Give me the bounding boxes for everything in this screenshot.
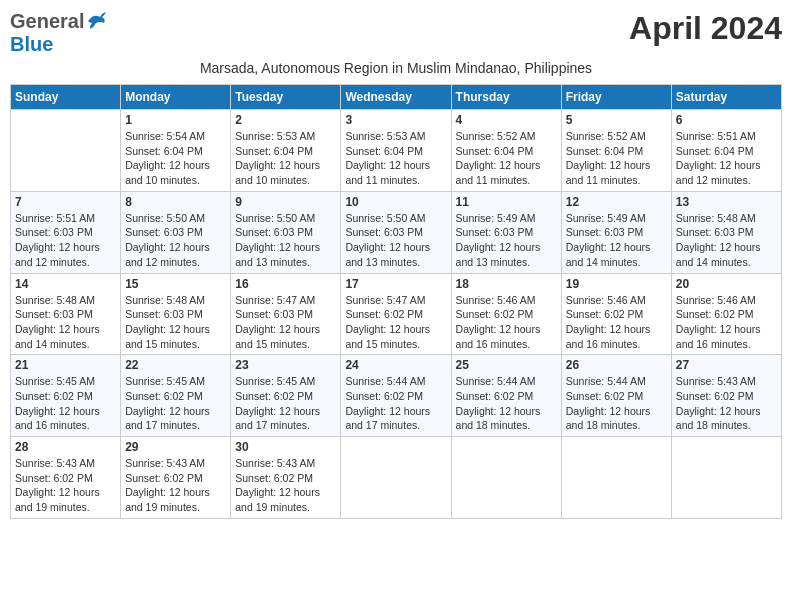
- day-info: Sunrise: 5:48 AMSunset: 6:03 PMDaylight:…: [15, 293, 116, 352]
- day-info: Sunrise: 5:45 AMSunset: 6:02 PMDaylight:…: [235, 374, 336, 433]
- calendar-cell: 1Sunrise: 5:54 AMSunset: 6:04 PMDaylight…: [121, 110, 231, 192]
- calendar-week-3: 14Sunrise: 5:48 AMSunset: 6:03 PMDayligh…: [11, 273, 782, 355]
- day-number: 21: [15, 358, 116, 372]
- day-number: 8: [125, 195, 226, 209]
- calendar-cell: 10Sunrise: 5:50 AMSunset: 6:03 PMDayligh…: [341, 191, 451, 273]
- calendar-cell: 7Sunrise: 5:51 AMSunset: 6:03 PMDaylight…: [11, 191, 121, 273]
- day-info: Sunrise: 5:43 AMSunset: 6:02 PMDaylight:…: [15, 456, 116, 515]
- calendar-table: SundayMondayTuesdayWednesdayThursdayFrid…: [10, 84, 782, 519]
- calendar-header-tuesday: Tuesday: [231, 85, 341, 110]
- day-number: 25: [456, 358, 557, 372]
- day-number: 17: [345, 277, 446, 291]
- day-info: Sunrise: 5:53 AMSunset: 6:04 PMDaylight:…: [345, 129, 446, 188]
- day-info: Sunrise: 5:47 AMSunset: 6:02 PMDaylight:…: [345, 293, 446, 352]
- calendar-cell: 4Sunrise: 5:52 AMSunset: 6:04 PMDaylight…: [451, 110, 561, 192]
- calendar-cell: 20Sunrise: 5:46 AMSunset: 6:02 PMDayligh…: [671, 273, 781, 355]
- day-number: 15: [125, 277, 226, 291]
- calendar-cell: 19Sunrise: 5:46 AMSunset: 6:02 PMDayligh…: [561, 273, 671, 355]
- day-info: Sunrise: 5:51 AMSunset: 6:03 PMDaylight:…: [15, 211, 116, 270]
- calendar-cell: [561, 437, 671, 519]
- logo-bird-icon: [86, 11, 108, 33]
- day-info: Sunrise: 5:44 AMSunset: 6:02 PMDaylight:…: [456, 374, 557, 433]
- day-number: 29: [125, 440, 226, 454]
- calendar-cell: 26Sunrise: 5:44 AMSunset: 6:02 PMDayligh…: [561, 355, 671, 437]
- calendar-header-sunday: Sunday: [11, 85, 121, 110]
- day-info: Sunrise: 5:53 AMSunset: 6:04 PMDaylight:…: [235, 129, 336, 188]
- day-number: 23: [235, 358, 336, 372]
- day-info: Sunrise: 5:48 AMSunset: 6:03 PMDaylight:…: [125, 293, 226, 352]
- calendar-header-thursday: Thursday: [451, 85, 561, 110]
- calendar-week-5: 28Sunrise: 5:43 AMSunset: 6:02 PMDayligh…: [11, 437, 782, 519]
- calendar-cell: 22Sunrise: 5:45 AMSunset: 6:02 PMDayligh…: [121, 355, 231, 437]
- day-number: 4: [456, 113, 557, 127]
- day-info: Sunrise: 5:45 AMSunset: 6:02 PMDaylight:…: [15, 374, 116, 433]
- calendar-cell: 2Sunrise: 5:53 AMSunset: 6:04 PMDaylight…: [231, 110, 341, 192]
- day-number: 30: [235, 440, 336, 454]
- calendar-cell: 28Sunrise: 5:43 AMSunset: 6:02 PMDayligh…: [11, 437, 121, 519]
- day-number: 18: [456, 277, 557, 291]
- day-number: 5: [566, 113, 667, 127]
- day-info: Sunrise: 5:49 AMSunset: 6:03 PMDaylight:…: [456, 211, 557, 270]
- day-number: 6: [676, 113, 777, 127]
- day-number: 10: [345, 195, 446, 209]
- calendar-cell: 15Sunrise: 5:48 AMSunset: 6:03 PMDayligh…: [121, 273, 231, 355]
- calendar-week-2: 7Sunrise: 5:51 AMSunset: 6:03 PMDaylight…: [11, 191, 782, 273]
- day-info: Sunrise: 5:46 AMSunset: 6:02 PMDaylight:…: [456, 293, 557, 352]
- day-info: Sunrise: 5:54 AMSunset: 6:04 PMDaylight:…: [125, 129, 226, 188]
- calendar-cell: 17Sunrise: 5:47 AMSunset: 6:02 PMDayligh…: [341, 273, 451, 355]
- calendar-cell: 30Sunrise: 5:43 AMSunset: 6:02 PMDayligh…: [231, 437, 341, 519]
- calendar-cell: 24Sunrise: 5:44 AMSunset: 6:02 PMDayligh…: [341, 355, 451, 437]
- day-info: Sunrise: 5:50 AMSunset: 6:03 PMDaylight:…: [235, 211, 336, 270]
- day-number: 14: [15, 277, 116, 291]
- day-info: Sunrise: 5:48 AMSunset: 6:03 PMDaylight:…: [676, 211, 777, 270]
- calendar-cell: 6Sunrise: 5:51 AMSunset: 6:04 PMDaylight…: [671, 110, 781, 192]
- day-number: 7: [15, 195, 116, 209]
- logo-general: General: [10, 10, 84, 33]
- calendar-cell: [451, 437, 561, 519]
- calendar-cell: 13Sunrise: 5:48 AMSunset: 6:03 PMDayligh…: [671, 191, 781, 273]
- calendar-cell: 9Sunrise: 5:50 AMSunset: 6:03 PMDaylight…: [231, 191, 341, 273]
- day-number: 9: [235, 195, 336, 209]
- day-number: 1: [125, 113, 226, 127]
- calendar-cell: [671, 437, 781, 519]
- day-info: Sunrise: 5:43 AMSunset: 6:02 PMDaylight:…: [235, 456, 336, 515]
- calendar-cell: 3Sunrise: 5:53 AMSunset: 6:04 PMDaylight…: [341, 110, 451, 192]
- day-info: Sunrise: 5:52 AMSunset: 6:04 PMDaylight:…: [456, 129, 557, 188]
- day-number: 19: [566, 277, 667, 291]
- day-info: Sunrise: 5:52 AMSunset: 6:04 PMDaylight:…: [566, 129, 667, 188]
- calendar-week-4: 21Sunrise: 5:45 AMSunset: 6:02 PMDayligh…: [11, 355, 782, 437]
- day-info: Sunrise: 5:43 AMSunset: 6:02 PMDaylight:…: [676, 374, 777, 433]
- logo: General Blue: [10, 10, 108, 56]
- calendar-cell: 27Sunrise: 5:43 AMSunset: 6:02 PMDayligh…: [671, 355, 781, 437]
- day-number: 2: [235, 113, 336, 127]
- day-number: 16: [235, 277, 336, 291]
- logo-blue: Blue: [10, 33, 53, 55]
- calendar-cell: 21Sunrise: 5:45 AMSunset: 6:02 PMDayligh…: [11, 355, 121, 437]
- calendar-header-friday: Friday: [561, 85, 671, 110]
- day-number: 11: [456, 195, 557, 209]
- day-number: 20: [676, 277, 777, 291]
- day-info: Sunrise: 5:43 AMSunset: 6:02 PMDaylight:…: [125, 456, 226, 515]
- day-info: Sunrise: 5:49 AMSunset: 6:03 PMDaylight:…: [566, 211, 667, 270]
- main-title: April 2024: [629, 10, 782, 47]
- day-info: Sunrise: 5:46 AMSunset: 6:02 PMDaylight:…: [676, 293, 777, 352]
- calendar-cell: 11Sunrise: 5:49 AMSunset: 6:03 PMDayligh…: [451, 191, 561, 273]
- day-number: 27: [676, 358, 777, 372]
- calendar-cell: 29Sunrise: 5:43 AMSunset: 6:02 PMDayligh…: [121, 437, 231, 519]
- day-number: 28: [15, 440, 116, 454]
- calendar-cell: 14Sunrise: 5:48 AMSunset: 6:03 PMDayligh…: [11, 273, 121, 355]
- day-info: Sunrise: 5:44 AMSunset: 6:02 PMDaylight:…: [345, 374, 446, 433]
- day-number: 13: [676, 195, 777, 209]
- day-number: 26: [566, 358, 667, 372]
- calendar-header-saturday: Saturday: [671, 85, 781, 110]
- calendar-header-row: SundayMondayTuesdayWednesdayThursdayFrid…: [11, 85, 782, 110]
- page-header: General Blue April 2024: [10, 10, 782, 56]
- day-number: 12: [566, 195, 667, 209]
- calendar-cell: [11, 110, 121, 192]
- calendar-cell: 16Sunrise: 5:47 AMSunset: 6:03 PMDayligh…: [231, 273, 341, 355]
- calendar-header-wednesday: Wednesday: [341, 85, 451, 110]
- subtitle: Marsada, Autonomous Region in Muslim Min…: [10, 60, 782, 76]
- day-info: Sunrise: 5:47 AMSunset: 6:03 PMDaylight:…: [235, 293, 336, 352]
- calendar-header-monday: Monday: [121, 85, 231, 110]
- calendar-cell: 23Sunrise: 5:45 AMSunset: 6:02 PMDayligh…: [231, 355, 341, 437]
